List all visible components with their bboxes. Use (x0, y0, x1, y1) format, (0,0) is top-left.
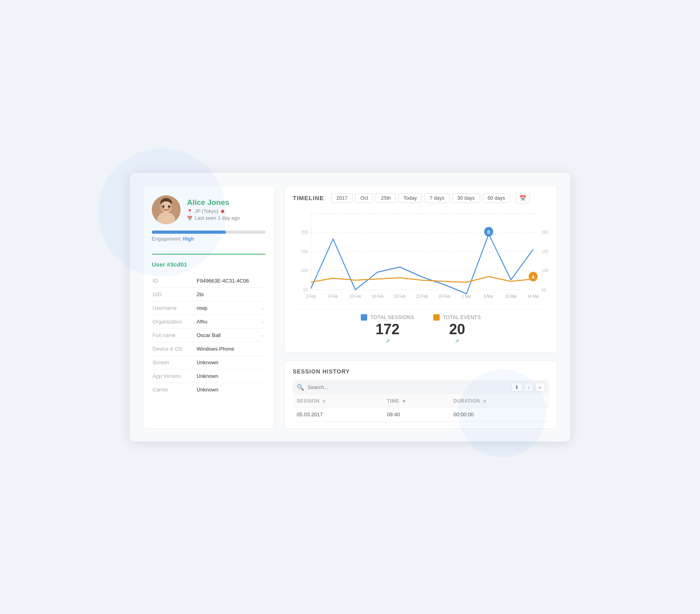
timeline-btn-oct[interactable]: Oct (355, 193, 373, 203)
fields-table: ID F949663E-4C31-4C06 UID 2bi Username n… (152, 274, 266, 396)
svg-text:200: 200 (301, 229, 308, 234)
events-color-box (433, 314, 440, 321)
col-duration: DURATION ⇅ (449, 394, 549, 407)
svg-text:150: 150 (541, 249, 548, 253)
field-label: Device & OS (152, 342, 196, 355)
field-value: F949663E-4C31-4C06 (196, 274, 266, 288)
field-row: ID F949663E-4C31-4C06 (152, 274, 266, 288)
svg-text:6 Feb: 6 Feb (328, 294, 338, 298)
location-text: JP (Tokyo) (195, 209, 218, 214)
field-value: Unknown (196, 383, 266, 396)
calendar-icon: 📅 (187, 216, 193, 221)
svg-point-6 (168, 205, 170, 208)
engagement-label: Engagement: High (152, 236, 266, 242)
svg-text:100: 100 (301, 268, 308, 273)
chart-svg: 50 100 150 200 50 100 150 200 (293, 210, 549, 306)
location-row: 📍 JP (Tokyo) (187, 209, 266, 214)
left-panel: Alice Jones 📍 JP (Tokyo) 📅 Last seen 1 d… (143, 185, 275, 429)
field-value: Windows Phone (196, 342, 266, 355)
divider (152, 254, 266, 255)
svg-text:50: 50 (541, 287, 546, 292)
profile-section: Alice Jones 📍 JP (Tokyo) 📅 Last seen 1 d… (152, 195, 266, 224)
engagement-section: Engagement: High (152, 231, 266, 242)
session-history-title: SESSION HISTORY (293, 368, 549, 375)
timeline-btn-25th[interactable]: 25th (376, 193, 396, 203)
timeline-btn-60-days[interactable]: 60 days (483, 193, 511, 203)
svg-text:A: A (532, 274, 535, 279)
download-button[interactable]: ⬇ (511, 383, 523, 392)
field-value: Afhu ⌄ (196, 315, 266, 328)
next-button[interactable]: › (524, 383, 533, 392)
svg-text:10 Feb: 10 Feb (350, 294, 361, 298)
sessions-line (311, 234, 533, 294)
timeline-buttons: 2017Oct25thToday7 days30 days60 days (331, 193, 510, 203)
field-value: nisip ⌄ (196, 301, 266, 315)
field-label: UID (152, 287, 196, 301)
chevron-down-icon: ⌄ (261, 319, 265, 324)
svg-text:14 Feb: 14 Feb (372, 294, 383, 298)
sessions-legend: TOTAL SESSIONS 172 ↗ (361, 314, 414, 345)
status-dot (221, 210, 224, 213)
timeline-header: TIMELINE 2017Oct25thToday7 days30 days60… (293, 193, 549, 203)
timeline-btn-30-days[interactable]: 30 days (452, 193, 480, 203)
sort-session-icon: ⇅ (322, 399, 326, 403)
svg-point-5 (163, 205, 165, 208)
svg-text:6 Mar: 6 Mar (484, 294, 494, 298)
sessions-value: 172 (376, 321, 400, 337)
session-table: SESSION ⇅ TIME ▼ DURATION ⇅ (293, 394, 549, 422)
location-icon: 📍 (187, 209, 193, 214)
svg-text:14 Mar: 14 Mar (527, 294, 539, 298)
session-search-input[interactable] (308, 384, 508, 390)
timeline-title: TIMELINE (293, 195, 324, 201)
events-trend-icon: ↗ (455, 338, 459, 344)
last-button[interactable]: » (535, 383, 545, 392)
session-time: 09:40 (383, 407, 449, 422)
field-value: Unknown (196, 355, 266, 369)
last-seen-text: Last seen 1 day ago (195, 215, 240, 221)
field-value: 2bi (196, 287, 266, 301)
session-table-header: SESSION ⇅ TIME ▼ DURATION ⇅ (293, 394, 549, 407)
sessions-color-box (361, 314, 367, 321)
timeline-btn-2017[interactable]: 2017 (331, 193, 353, 203)
field-value: Oscar Ball ⌄ (196, 328, 266, 342)
toolbar-actions: ⬇ › » (511, 383, 545, 392)
field-label: Carrier (152, 383, 196, 396)
svg-text:150: 150 (301, 249, 308, 253)
svg-text:2 Feb: 2 Feb (306, 294, 316, 298)
session-toolbar: 🔍 ⬇ › » (293, 380, 549, 394)
progress-bar-bg (152, 231, 266, 234)
session-duration: 00:00:00 (449, 407, 549, 422)
table-row: 05.03.2017 09:40 00:00:00 (293, 407, 549, 422)
sort-duration-icon: ⇅ (483, 399, 487, 403)
field-row: Screen Unknown (152, 355, 266, 369)
field-label: Organization (152, 315, 196, 328)
svg-text:100: 100 (541, 268, 548, 273)
chart-area: 50 100 150 200 50 100 150 200 (293, 210, 549, 306)
timeline-btn-today[interactable]: Today (398, 193, 422, 203)
field-label: Username (152, 301, 196, 315)
field-row: App Version Unknown (152, 369, 266, 383)
events-label: TOTAL EVENTS (443, 315, 481, 320)
svg-text:18 Feb: 18 Feb (394, 294, 406, 298)
timeline-btn-7-days[interactable]: 7 days (424, 193, 450, 203)
field-value: Unknown (196, 369, 266, 383)
col-time: TIME ▼ (383, 394, 449, 407)
avatar (152, 195, 181, 224)
field-row: Full name Oscar Ball ⌄ (152, 328, 266, 342)
field-row: Username nisip ⌄ (152, 301, 266, 315)
profile-info: Alice Jones 📍 JP (Tokyo) 📅 Last seen 1 d… (187, 198, 266, 221)
field-label: App Version (152, 369, 196, 383)
right-panel: TIMELINE 2017Oct25thToday7 days30 days60… (284, 185, 557, 429)
session-table-body: 05.03.2017 09:40 00:00:00 (293, 407, 549, 422)
calendar-button[interactable]: 📅 (516, 193, 530, 203)
col-session: SESSION ⇅ (293, 394, 383, 407)
events-value: 20 (449, 321, 465, 337)
legend-section: TOTAL SESSIONS 172 ↗ TOTAL EVENTS 20 ↗ (293, 309, 549, 345)
field-label: Full name (152, 328, 196, 342)
chevron-down-icon: ⌄ (261, 305, 265, 311)
events-legend: TOTAL EVENTS 20 ↗ (433, 314, 481, 345)
engagement-value: High (183, 236, 194, 242)
timeline-card: TIMELINE 2017Oct25thToday7 days30 days60… (284, 185, 557, 353)
last-seen-row: 📅 Last seen 1 day ago (187, 215, 266, 221)
search-icon: 🔍 (297, 384, 304, 391)
